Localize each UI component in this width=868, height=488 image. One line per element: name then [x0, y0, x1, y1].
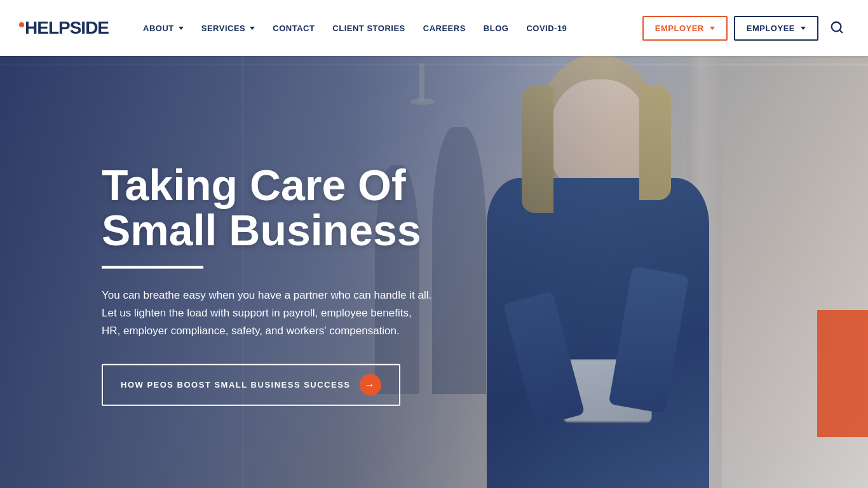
page-wrapper: HELPSIDE ABOUT SERVICES CONTACT CLIENT S…: [0, 0, 868, 488]
hero-content: Taking Care Of Small Business You can br…: [19, 163, 432, 406]
nav-item-careers[interactable]: CAREERS: [414, 17, 475, 39]
employee-button[interactable]: EMPLOYEE: [734, 16, 818, 41]
logo-area[interactable]: HELPSIDE: [19, 18, 109, 38]
search-button[interactable]: [825, 15, 849, 41]
nav-item-about[interactable]: ABOUT: [134, 17, 193, 39]
hero-cta-button[interactable]: HOW PEOS BOOST SMALL BUSINESS SUCCESS →: [102, 364, 400, 406]
hero-title: Taking Care Of Small Business: [102, 163, 432, 254]
nav-item-covid[interactable]: COVID-19: [517, 17, 576, 39]
chevron-down-icon: [801, 27, 806, 30]
header: HELPSIDE ABOUT SERVICES CONTACT CLIENT S…: [0, 0, 868, 56]
employer-button[interactable]: EMPLOYER: [642, 16, 728, 41]
cta-arrow-icon: →: [360, 374, 381, 396]
chevron-down-icon: [710, 27, 715, 30]
nav-item-contact[interactable]: CONTACT: [264, 17, 323, 39]
logo-text: HELPSIDE: [19, 18, 109, 38]
hero-section: Taking Care Of Small Business You can br…: [0, 0, 868, 488]
nav-item-services[interactable]: SERVICES: [193, 17, 264, 39]
main-nav: ABOUT SERVICES CONTACT CLIENT STORIES CA…: [134, 17, 642, 39]
search-icon: [830, 20, 844, 34]
chevron-down-icon: [179, 27, 184, 30]
nav-item-blog[interactable]: BLOG: [475, 17, 518, 39]
logo-dot: [19, 22, 24, 27]
svg-line-1: [839, 30, 842, 32]
hero-subtitle: You can breathe easy when you have a par…: [102, 286, 432, 339]
nav-right: EMPLOYER EMPLOYEE: [642, 15, 849, 41]
hero-divider: [102, 266, 203, 268]
chevron-down-icon: [250, 27, 255, 30]
nav-item-client-stories[interactable]: CLIENT STORIES: [323, 17, 414, 39]
